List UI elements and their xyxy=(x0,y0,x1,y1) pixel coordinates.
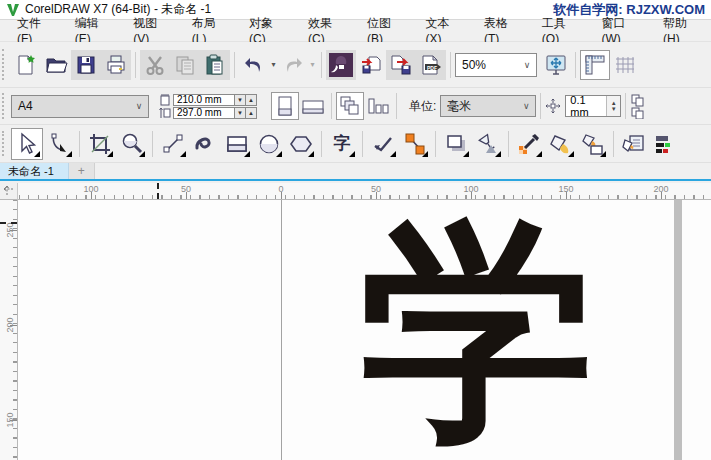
page-size-combo[interactable]: A4 ∨ xyxy=(11,95,149,118)
horizontal-ruler[interactable]: 100 50 0 50 100 150 200 xyxy=(0,183,711,200)
page-height-dropdown[interactable]: ▼ xyxy=(235,107,246,119)
outline-pen-button[interactable] xyxy=(650,128,682,160)
current-page-button[interactable] xyxy=(364,92,392,120)
polygon-icon xyxy=(289,132,313,156)
page-width-input[interactable]: 210.0 mm xyxy=(173,94,235,106)
zoom-level-combo[interactable]: 50% ∨ xyxy=(455,53,537,77)
svg-text:PDF: PDF xyxy=(427,64,437,70)
ellipse-tool[interactable] xyxy=(253,128,285,160)
ruler-origin-button[interactable] xyxy=(0,183,18,200)
smart-fill-tool[interactable] xyxy=(545,128,577,160)
ellipse-icon xyxy=(257,132,281,156)
fullscreen-preview-button[interactable] xyxy=(541,50,571,80)
freehand-tool[interactable] xyxy=(157,128,189,160)
page-width-spinner[interactable]: ▲ xyxy=(246,94,257,106)
current-page-icon xyxy=(367,95,389,117)
page-width-icon xyxy=(159,94,171,106)
connector-icon xyxy=(403,132,427,156)
toolbar-grip[interactable] xyxy=(2,49,8,81)
polygon-tool[interactable] xyxy=(285,128,317,160)
drawing-canvas[interactable]: 学 xyxy=(18,200,711,460)
nudge-value: 0.1 mm xyxy=(570,94,606,118)
all-pages-button[interactable] xyxy=(336,92,364,120)
show-grid-button[interactable] xyxy=(610,50,640,80)
transparency-tool[interactable] xyxy=(472,128,504,160)
print-button[interactable] xyxy=(101,50,131,80)
print-icon xyxy=(104,53,128,77)
chevron-down-icon[interactable]: ∨ xyxy=(518,60,536,70)
toolbar-separator xyxy=(396,93,397,119)
chevron-down-icon[interactable]: ∨ xyxy=(517,101,535,111)
redo-dropdown-caret[interactable]: ▾ xyxy=(308,60,317,69)
paint-bucket-icon xyxy=(549,132,573,156)
fullscreen-preview-icon xyxy=(544,53,568,77)
open-button[interactable] xyxy=(41,50,71,80)
units-value: 毫米 xyxy=(447,98,517,115)
duplicate-distance-icon xyxy=(630,93,646,119)
publish-pdf-icon: PDF xyxy=(419,53,443,77)
document-tab-active[interactable]: 未命名 -1 xyxy=(0,163,69,179)
units-combo[interactable]: 毫米 ∨ xyxy=(440,95,536,117)
import-button[interactable] xyxy=(356,50,386,80)
connector-tool[interactable] xyxy=(399,128,431,160)
chevron-down-icon[interactable]: ∨ xyxy=(130,101,148,111)
crop-icon xyxy=(88,132,112,156)
rectangle-icon xyxy=(225,132,249,156)
text-tool[interactable]: 字 xyxy=(326,128,358,160)
publish-pdf-button[interactable]: PDF xyxy=(416,50,446,80)
portrait-button[interactable] xyxy=(271,92,299,120)
toolbar-grip[interactable] xyxy=(2,131,8,157)
color-eyedropper-tool[interactable] xyxy=(513,128,545,160)
export-button[interactable] xyxy=(386,50,416,80)
undo-button[interactable] xyxy=(239,50,269,80)
ruler-minor-ticks xyxy=(0,195,711,199)
text-tool-glyph: 字 xyxy=(334,135,351,152)
page-height-spinner[interactable]: ▲ xyxy=(246,107,257,119)
new-document-button[interactable] xyxy=(11,50,41,80)
edit-fill-dialog-button[interactable] xyxy=(618,128,650,160)
pick-cursor-icon xyxy=(15,132,39,156)
nudge-input[interactable]: 0.1 mm ▲▼ xyxy=(565,95,621,117)
copy-button[interactable] xyxy=(170,50,200,80)
open-folder-icon xyxy=(44,53,68,77)
save-button[interactable] xyxy=(71,50,101,80)
toolbar-separator xyxy=(575,52,576,78)
redo-button[interactable] xyxy=(278,50,308,80)
crop-tool[interactable] xyxy=(84,128,116,160)
new-tab-button[interactable]: + xyxy=(69,163,95,179)
text-object[interactable]: 学 xyxy=(360,214,580,449)
toolbar-separator xyxy=(234,52,235,78)
paste-button[interactable] xyxy=(200,50,230,80)
search-content-button[interactable] xyxy=(326,50,356,80)
dimension-tool[interactable] xyxy=(367,128,399,160)
landscape-button[interactable] xyxy=(299,92,327,120)
export-icon xyxy=(389,53,413,77)
undo-icon xyxy=(242,53,266,77)
toolbar-separator xyxy=(613,131,614,157)
artistic-media-tool[interactable] xyxy=(189,128,221,160)
drop-shadow-tool[interactable] xyxy=(440,128,472,160)
page-right-edge-shadow xyxy=(674,200,682,460)
vertical-ruler[interactable]: 250 200 150 xyxy=(0,200,18,460)
shape-tool[interactable] xyxy=(43,128,75,160)
all-pages-icon xyxy=(339,95,361,117)
import-icon xyxy=(359,53,383,77)
swirl-icon xyxy=(193,132,217,156)
interactive-fill-tool[interactable] xyxy=(577,128,609,160)
zoom-tool[interactable] xyxy=(116,128,148,160)
show-rulers-button[interactable] xyxy=(580,50,610,80)
cut-button[interactable] xyxy=(140,50,170,80)
rectangle-tool[interactable] xyxy=(221,128,253,160)
toolbar-grip[interactable] xyxy=(2,93,8,118)
nudge-spinner[interactable]: ▲▼ xyxy=(606,96,620,116)
copy-icon xyxy=(173,53,197,77)
pick-tool[interactable] xyxy=(11,128,43,160)
undo-dropdown-caret[interactable]: ▾ xyxy=(269,60,278,69)
toolbar-separator xyxy=(362,131,363,157)
menu-bar: 文件(F) 编辑(E) 视图(V) 布局(L) 对象(C) 效果(C) 位图(B… xyxy=(0,20,711,42)
freehand-line-icon xyxy=(161,132,185,156)
page-width-dropdown[interactable]: ▼ xyxy=(235,94,246,106)
page-height-input[interactable]: 297.0 mm xyxy=(173,107,235,119)
ruler-cursor-marker-vertical xyxy=(0,222,17,224)
toolbox: 字 xyxy=(0,125,711,163)
